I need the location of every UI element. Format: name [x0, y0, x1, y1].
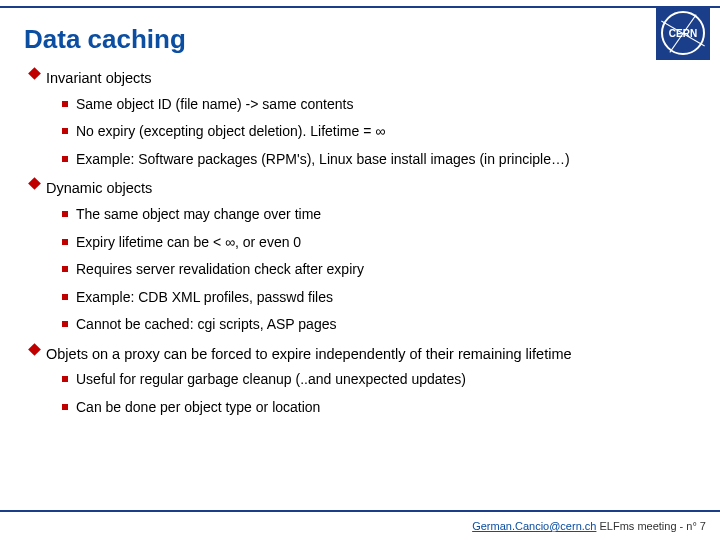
- slide-title: Data caching: [24, 24, 696, 55]
- diamond-bullet-icon: [28, 67, 41, 80]
- slide-body: CERN Data caching Invariant objects Same…: [0, 0, 720, 540]
- section-heading: Invariant objects: [46, 69, 152, 89]
- square-bullet-icon: [62, 321, 68, 327]
- square-bullet-icon: [62, 239, 68, 245]
- square-bullet-icon: [62, 156, 68, 162]
- list-item: Useful for regular garbage cleanup (..an…: [62, 370, 696, 390]
- square-bullet-icon: [62, 211, 68, 217]
- section-proxy: Objets on a proxy can be forced to expir…: [30, 345, 696, 418]
- footer-email-link[interactable]: German.Cancio@cern.ch: [472, 520, 596, 532]
- square-bullet-icon: [62, 404, 68, 410]
- list-item: Cannot be cached: cgi scripts, ASP pages: [62, 315, 696, 335]
- footer: German.Cancio@cern.ch ELFms meeting - n°…: [472, 520, 706, 532]
- list-item: Example: Software packages (RPM's), Linu…: [62, 150, 696, 170]
- list-item: Requires server revalidation check after…: [62, 260, 696, 280]
- list-item: Can be done per object type or location: [62, 398, 696, 418]
- sub-list: Same object ID (file name) -> same conte…: [62, 95, 696, 170]
- section-heading: Objets on a proxy can be forced to expir…: [46, 345, 572, 365]
- sub-list: The same object may change over time Exp…: [62, 205, 696, 335]
- bottom-border: [0, 510, 720, 512]
- diamond-bullet-icon: [28, 177, 41, 190]
- list-item: No expiry (excepting object deletion). L…: [62, 122, 696, 142]
- top-border: [0, 6, 720, 8]
- footer-text: ELFms meeting - n° 7: [596, 520, 706, 532]
- list-item: Example: CDB XML profiles, passwd files: [62, 288, 696, 308]
- square-bullet-icon: [62, 376, 68, 382]
- list-item: Same object ID (file name) -> same conte…: [62, 95, 696, 115]
- section-invariant: Invariant objects Same object ID (file n…: [30, 69, 696, 169]
- square-bullet-icon: [62, 101, 68, 107]
- list-item: The same object may change over time: [62, 205, 696, 225]
- square-bullet-icon: [62, 128, 68, 134]
- list-item: Expiry lifetime can be < ∞, or even 0: [62, 233, 696, 253]
- content-list: Invariant objects Same object ID (file n…: [30, 69, 696, 418]
- square-bullet-icon: [62, 294, 68, 300]
- diamond-bullet-icon: [28, 343, 41, 356]
- section-heading: Dynamic objects: [46, 179, 152, 199]
- cern-logo-text: CERN: [661, 11, 705, 55]
- square-bullet-icon: [62, 266, 68, 272]
- cern-logo: CERN: [656, 6, 710, 60]
- sub-list: Useful for regular garbage cleanup (..an…: [62, 370, 696, 417]
- section-dynamic: Dynamic objects The same object may chan…: [30, 179, 696, 335]
